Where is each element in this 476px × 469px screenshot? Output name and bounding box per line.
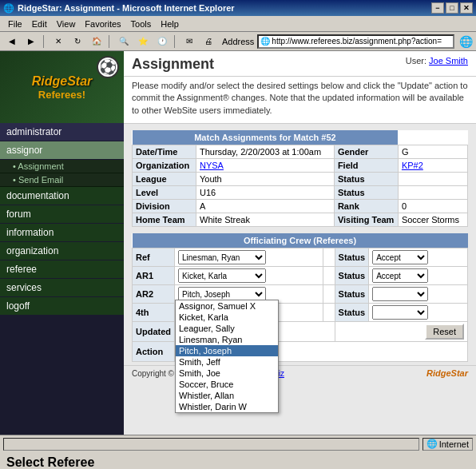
mail-button[interactable]: ✉ (180, 34, 198, 50)
ar2-status-spacer (323, 285, 335, 304)
ar1-select[interactable]: Kicket, Karla (178, 268, 266, 283)
ref-status-spacer (323, 248, 335, 267)
sidebar-item-documentation[interactable]: documentation (0, 187, 124, 205)
favorites-button[interactable]: ⭐ (134, 34, 152, 50)
ar2-status-select[interactable] (372, 287, 428, 301)
refresh-button[interactable]: ↻ (69, 34, 86, 50)
dropdown-item-whistler-darin[interactable]: Whistler, Darin W (176, 401, 278, 412)
dropdown-item-soccer[interactable]: Soccer, Bruce (176, 379, 278, 390)
internet-zone: 🌐 Internet (422, 438, 473, 451)
minimize-button[interactable]: − (431, 2, 444, 14)
division-value: A (196, 200, 335, 213)
logo-container: ⚽ RidgeStar Referees! (32, 74, 93, 101)
address-input[interactable]: 🌐 http://www.referees.biz/assignment.php… (257, 34, 454, 49)
org-value: NYSA (196, 159, 335, 173)
sidebar-item-assignor[interactable]: assignor (0, 141, 124, 160)
logo-text-line2: Referees! (32, 89, 93, 101)
field-label: Field (334, 159, 398, 173)
back-button[interactable]: ◀ (3, 34, 21, 50)
sidebar-item-administrator[interactable]: administrator (0, 123, 124, 141)
dropdown-item-smith-joe[interactable]: Smith, Joe (176, 368, 278, 379)
ar1-status-select[interactable]: Accept (372, 268, 428, 283)
sidebar-item-referee[interactable]: referee (0, 260, 124, 279)
sidebar: ⚽ RidgeStar Referees! administrator assi… (0, 51, 124, 435)
ridgestar-small-logo: RidgeStar (426, 368, 468, 378)
content-header: Assignment User: Joe Smith (124, 51, 476, 77)
ar1-select-cell: Kicket, Karla (175, 267, 323, 285)
toolbar-sep1 (43, 35, 46, 48)
sidebar-item-forum[interactable]: forum (0, 205, 124, 224)
ar2-status-cell (369, 285, 468, 304)
match-assignments-table: Match Assignments for Match #52 Date/Tim… (132, 130, 468, 227)
menu-favorites[interactable]: Favorites (80, 18, 125, 30)
menu-file[interactable]: File (3, 18, 27, 30)
division-label: Division (133, 200, 196, 213)
menu-view[interactable]: View (52, 18, 81, 30)
dropdown-item-smith-jeff[interactable]: Smith, Jeff (176, 356, 278, 368)
bullet-icon2: • (13, 175, 18, 185)
menu-bar: File Edit View Favorites Tools Help (0, 16, 476, 32)
dropdown-item-leaguer[interactable]: Leaguer, Sally (176, 323, 278, 334)
app-icon: 🌐 (3, 3, 14, 14)
stop-button[interactable]: ✕ (50, 34, 67, 50)
ref-select[interactable]: Linesman, Ryan (178, 250, 266, 264)
content-area: Assignment User: Joe Smith Please modify… (124, 51, 476, 435)
4th-status-cell (369, 304, 468, 322)
sidebar-item-send-email[interactable]: • Send Email (0, 173, 124, 187)
ref-status-label: Status (335, 248, 369, 267)
address-label: Address (222, 37, 254, 46)
title-bar: 🌐 RidgeStar: Assignment - Microsoft Inte… (0, 0, 476, 16)
toolbar: ◀ ▶ ✕ ↻ 🏠 🔍 ⭐ 🕐 ✉ 🖨 Address 🌐 http://www… (0, 32, 476, 51)
title-bar-buttons: − □ ✕ (431, 2, 473, 14)
ref-label: Ref (133, 248, 175, 267)
dropdown-item-kicket[interactable]: Kicket, Karla (176, 312, 278, 323)
close-button[interactable]: ✕ (460, 2, 473, 14)
reset-button[interactable]: Reset (425, 324, 464, 340)
user-link[interactable]: Joe Smith (429, 56, 468, 66)
logo-text-line1: RidgeStar (32, 74, 93, 89)
dropdown-item-assignor[interactable]: Assignor, Samuel X (176, 300, 278, 312)
history-button[interactable]: 🕐 (153, 34, 171, 50)
dropdown-item-whistler-allan[interactable]: Whistler, Allan (176, 390, 278, 401)
title-bar-text: RidgeStar: Assignment - Microsoft Intern… (18, 3, 235, 13)
menu-help[interactable]: Help (156, 18, 184, 30)
sidebar-item-assignment[interactable]: • Assignment (0, 160, 124, 173)
sidebar-nav: administrator assignor • Assignment • Se… (0, 123, 124, 316)
ar1-status-cell: Accept (369, 267, 468, 285)
dropdown-item-pitch[interactable]: Pitch, Joseph (176, 345, 278, 356)
ar2-label: AR2 (133, 285, 175, 304)
user-info: User: Joe Smith (406, 56, 468, 66)
ref-select-cell: Linesman, Ryan (175, 248, 323, 267)
maximize-button[interactable]: □ (446, 2, 458, 14)
hometeam-label: Home Team (133, 213, 196, 227)
gender-label: Gender (334, 145, 398, 159)
dropdown-item-linesman[interactable]: Linesman, Ryan (176, 334, 278, 345)
menu-edit[interactable]: Edit (27, 18, 52, 30)
page-title: Assignment (132, 56, 214, 73)
search-button[interactable]: 🔍 (115, 34, 133, 50)
sidebar-item-organization[interactable]: organization (0, 242, 124, 260)
level-value: U16 (196, 186, 335, 200)
org-label: Organization (133, 159, 196, 173)
home-button[interactable]: 🏠 (88, 34, 105, 50)
updated-label: Updated (133, 322, 175, 342)
status-value1 (398, 173, 467, 186)
visitingteam-label: Visiting Team (334, 213, 398, 227)
rank-label: Rank (334, 200, 398, 213)
ar1-label: AR1 (133, 267, 175, 285)
print-button[interactable]: 🖨 (200, 34, 217, 50)
toolbar-sep2 (109, 35, 112, 48)
menu-tools[interactable]: Tools (126, 18, 157, 30)
sidebar-item-information[interactable]: information (0, 224, 124, 242)
league-label: League (133, 173, 196, 186)
4th-status-select[interactable] (372, 305, 428, 320)
reset-cell: Reset (335, 322, 467, 342)
datetime-label: Date/Time (133, 145, 196, 159)
sidebar-item-logoff[interactable]: logoff (0, 297, 124, 316)
sidebar-item-services[interactable]: services (0, 279, 124, 297)
address-bar: Address 🌐 http://www.referees.biz/assign… (222, 34, 454, 49)
ref-status-select[interactable]: Accept (372, 250, 428, 264)
bottom-label: Select Referee (0, 452, 476, 469)
crew-table: Officiating Crew (Referees) Ref Linesman… (132, 233, 468, 362)
forward-button[interactable]: ▶ (22, 34, 40, 50)
